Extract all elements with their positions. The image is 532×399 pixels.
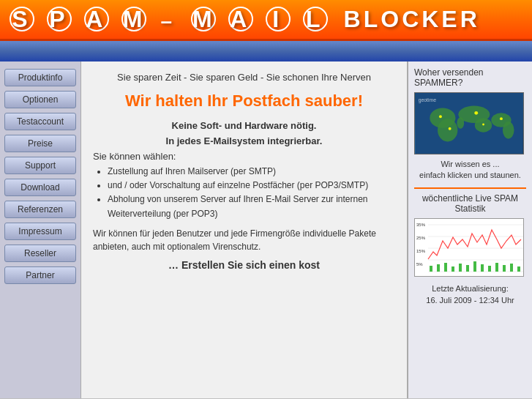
sidebar-item-reseller[interactable]: Reseller <box>4 245 76 262</box>
section-divider <box>414 187 526 189</box>
spam-stats-title: wöchentliche Live SPAM Statistik <box>414 193 526 214</box>
letter-i: I <box>266 7 291 31</box>
spammer-section-title: Woher versenden SPAMMER? <box>414 67 526 88</box>
main-content: Sie sparen Zeit - Sie sparen Geld - Sie … <box>80 61 408 398</box>
letter-m2: M <box>191 7 216 31</box>
feature-item-pop3: und / oder Vorschaltung auf einzelne Pos… <box>108 179 395 193</box>
header-dash: – <box>161 10 177 33</box>
letter-p: P <box>47 7 72 31</box>
subline-email: In jedes E-Mailsystem integrierbar. <box>93 135 395 146</box>
svg-rect-25 <box>437 264 440 272</box>
svg-rect-26 <box>444 263 447 272</box>
main-layout: Produktinfo Optionen Testaccount Preise … <box>0 61 532 398</box>
svg-point-11 <box>482 124 484 126</box>
last-update-info: Letzte Aktualisierung: 16. Juli 2009 - 1… <box>414 283 526 307</box>
sidebar-item-support[interactable]: Support <box>4 157 76 174</box>
spam-chart-image: 35% 25% 15% 5% <box>414 218 524 277</box>
last-update-date: 16. Juli 2009 - 12:34 Uhr <box>414 294 526 307</box>
sidebar: Produktinfo Optionen Testaccount Preise … <box>0 61 80 398</box>
feature-item-smtp: Zustellung auf Ihren Mailserver (per SMT… <box>108 165 395 179</box>
features-list: Zustellung auf Ihren Mailserver (per SMT… <box>108 165 395 221</box>
svg-point-8 <box>439 115 442 118</box>
world-map-image[interactable]: geotime <box>414 92 524 154</box>
svg-rect-33 <box>495 263 498 272</box>
sidebar-item-produktinfo[interactable]: Produktinfo <box>4 69 76 86</box>
svg-rect-28 <box>459 264 462 272</box>
sidebar-item-optionen[interactable]: Optionen <box>4 91 76 108</box>
footer-body-text: Wir können für jeden Benutzer und jede F… <box>93 227 395 253</box>
svg-rect-32 <box>488 266 491 272</box>
svg-rect-35 <box>510 264 513 272</box>
blocker-word: BLOCKER <box>344 6 480 32</box>
svg-point-7 <box>457 117 464 129</box>
svg-text:geotime: geotime <box>419 97 436 103</box>
svg-point-10 <box>500 117 503 120</box>
sidebar-item-impressum[interactable]: Impressum <box>4 223 76 240</box>
svg-point-2 <box>438 119 457 141</box>
svg-rect-29 <box>466 265 469 272</box>
svg-rect-31 <box>481 264 484 272</box>
sidebar-item-partner[interactable]: Partner <box>4 266 76 284</box>
letter-m: M <box>121 7 146 31</box>
letter-a: A <box>84 7 109 31</box>
letter-l: L <box>303 7 328 31</box>
world-map-svg: geotime <box>415 93 523 154</box>
main-headline: Wir halten Ihr Postfach sauber! <box>93 91 395 112</box>
choose-label: Sie können wählen: <box>93 151 395 162</box>
sidebar-item-testaccount[interactable]: Testaccount <box>4 113 76 130</box>
svg-point-12 <box>449 127 452 130</box>
map-caption-text: Wir wissen es ...einfach klicken und sta… <box>414 159 526 182</box>
sidebar-item-download[interactable]: Download <box>4 179 76 196</box>
letter-a2: A <box>228 7 253 31</box>
spam-chart-svg: 35% 25% 15% 5% <box>415 219 524 277</box>
sidebar-item-referenzen[interactable]: Referenzen <box>4 201 76 218</box>
svg-rect-30 <box>473 261 476 272</box>
svg-text:25%: 25% <box>416 236 426 240</box>
svg-text:5%: 5% <box>416 262 423 266</box>
right-sidebar: Woher versenden SPAMMER? geo <box>408 61 532 398</box>
feature-item-abholung: Abholung von unserem Server auf Ihren E-… <box>108 193 395 220</box>
letter-s: S <box>10 7 34 31</box>
svg-text:15%: 15% <box>416 249 426 253</box>
subline-hardware: Keine Soft- und Hardware nötig. <box>93 120 395 131</box>
tagline-text: Sie sparen Zeit - Sie sparen Geld - Sie … <box>93 70 395 85</box>
site-title: S P A M – M A I L BLOCKER <box>9 6 480 33</box>
svg-rect-36 <box>517 266 520 272</box>
svg-text:35%: 35% <box>416 223 426 227</box>
subheader-bar <box>0 41 532 61</box>
sidebar-item-preise[interactable]: Preise <box>4 135 76 152</box>
svg-point-6 <box>503 122 514 138</box>
svg-rect-34 <box>503 265 506 272</box>
svg-rect-27 <box>452 266 454 272</box>
last-update-label: Letzte Aktualisierung: <box>414 283 526 295</box>
site-header: S P A M – M A I L BLOCKER <box>0 0 532 41</box>
svg-point-9 <box>474 111 478 115</box>
svg-rect-24 <box>430 266 432 272</box>
cta-text: … Erstellen Sie sich einen kost <box>93 259 395 271</box>
